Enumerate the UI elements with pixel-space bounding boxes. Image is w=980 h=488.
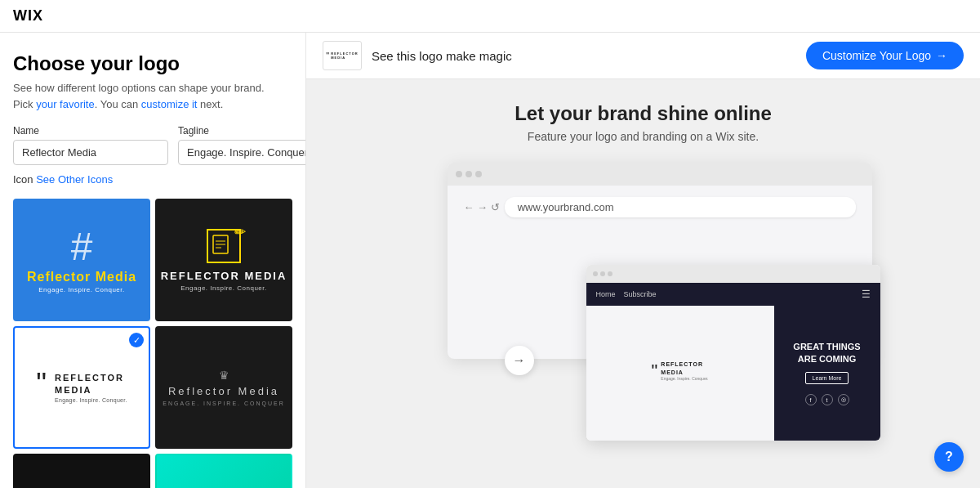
tagline-field-group: Tagline bbox=[178, 125, 306, 165]
twitter-icon: t bbox=[822, 394, 833, 405]
browser-inner-bar bbox=[586, 265, 880, 283]
logo-card-black-yellow[interactable]: ✏ REFLECTOR MEDIA Engage. Inspire. Conqu… bbox=[155, 199, 292, 321]
logo-preview-bar: " REFLECTORMEDIA See this logo make magi… bbox=[306, 33, 980, 79]
crown-icon: ♛ bbox=[219, 369, 229, 382]
mini-logo-text: REFLECTORMEDIA Engage. Inspire. Conquer. bbox=[661, 360, 708, 380]
main-layout: Choose your logo See how different logo … bbox=[0, 33, 980, 488]
subtitle-suffix: next. bbox=[197, 98, 223, 110]
logo3-tagline: Engage. Inspire. Conquer. bbox=[55, 397, 127, 403]
icon-row: Icon See Other Icons bbox=[13, 173, 292, 186]
doc-icon-box: ✏ bbox=[207, 229, 241, 263]
logo3-brand-name: REFLECTORMEDIA bbox=[55, 372, 127, 396]
nav-link-home: Home bbox=[596, 290, 616, 298]
name-label: Name bbox=[13, 125, 168, 137]
mini-brand-tagline: Engage. Inspire. Conquer. bbox=[661, 376, 708, 381]
help-button[interactable]: ? bbox=[934, 442, 964, 472]
mockup-arrow-icon: → bbox=[505, 346, 534, 375]
inner-dot-2 bbox=[600, 271, 605, 276]
logo-card-cyan-green[interactable] bbox=[155, 454, 292, 488]
inner-nav-links: Home Subscribe bbox=[596, 290, 657, 298]
form-row: Name Tagline bbox=[13, 125, 292, 165]
customize-btn-label: Customize Your Logo bbox=[822, 49, 931, 62]
right-panel: " REFLECTORMEDIA See this logo make magi… bbox=[306, 33, 980, 488]
subtitle-mid: . You can bbox=[95, 98, 141, 110]
browser-dot-1 bbox=[456, 171, 462, 177]
left-panel: Choose your logo See how different logo … bbox=[0, 33, 306, 488]
logo-card-white-quote[interactable]: ✓ " REFLECTORMEDIA Engage. Inspire. Conq… bbox=[13, 326, 150, 449]
page-title: Choose your logo bbox=[13, 52, 292, 75]
subtitle-prefix: Pick bbox=[13, 98, 36, 110]
url-bar: www.yourbrand.com bbox=[505, 197, 856, 217]
quote-icon: " bbox=[36, 369, 47, 399]
customize-logo-button[interactable]: Customize Your Logo → bbox=[806, 42, 964, 69]
logo4-tagline: ENGAGE. INSPIRE. CONQUER bbox=[163, 401, 285, 406]
promo-heading: Let your brand shine online bbox=[514, 102, 772, 125]
social-icons: f t ◎ bbox=[805, 394, 849, 405]
logo1-brand-name: Reflector Media bbox=[27, 270, 136, 284]
tagline-label: Tagline bbox=[178, 125, 306, 137]
name-field-group: Name bbox=[13, 125, 168, 165]
browser-dot-2 bbox=[466, 171, 472, 177]
logo1-tagline: Engage. Inspire. Conquer. bbox=[38, 286, 124, 293]
hamburger-icon: ☰ bbox=[862, 289, 871, 300]
browser-inner-frame: Home Subscribe ☰ " REFLECTORMEDIA Engage… bbox=[586, 265, 880, 441]
top-nav: WIX bbox=[0, 0, 980, 33]
preview-logo-thumbnail: " REFLECTORMEDIA bbox=[323, 41, 362, 70]
logo-card-blue[interactable]: # Reflector Media Engage. Inspire. Conqu… bbox=[13, 199, 150, 321]
facebook-icon: f bbox=[805, 394, 817, 405]
inner-left-section: " REFLECTORMEDIA Engage. Inspire. Conque… bbox=[586, 306, 774, 441]
nav-link-subscribe: Subscribe bbox=[624, 290, 657, 298]
logo3-brand-text: REFLECTORMEDIA Engage. Inspire. Conquer. bbox=[55, 372, 127, 403]
learn-more-btn[interactable]: Learn More bbox=[805, 372, 849, 384]
inner-dot-1 bbox=[593, 271, 598, 276]
logo2-tagline: Engage. Inspire. Conquer. bbox=[180, 284, 266, 292]
selected-check-icon: ✓ bbox=[129, 333, 144, 347]
logo-grid: # Reflector Media Engage. Inspire. Conqu… bbox=[13, 199, 292, 488]
subtitle: See how different logo options can shape… bbox=[13, 80, 292, 112]
browser-nav-arrows: ← → ↺ bbox=[464, 201, 500, 213]
inner-right-section: GREAT THINGS ARE COMING Learn More f t ◎ bbox=[774, 306, 880, 441]
logo4-brand-name: Reflector Media bbox=[168, 385, 279, 397]
logo2-brand-name: REFLECTOR MEDIA bbox=[161, 270, 287, 282]
website-mockup: ← → ↺ www.yourbrand.com Home Subscri bbox=[407, 163, 880, 441]
tagline-input[interactable] bbox=[178, 140, 306, 165]
browser-dot-3 bbox=[475, 171, 482, 177]
subtitle-link-customize[interactable]: customize it bbox=[141, 98, 198, 110]
browser-inner-nav: Home Subscribe ☰ bbox=[586, 283, 880, 306]
icon-label: Icon bbox=[13, 173, 36, 186]
promo-subtext: Feature your logo and branding on a Wix … bbox=[528, 130, 759, 143]
browser-outer-content: ← → ↺ www.yourbrand.com bbox=[448, 186, 872, 229]
logo-card-dark-elegant[interactable]: ♛ Reflector Media ENGAGE. INSPIRE. CONQU… bbox=[155, 326, 292, 449]
browser-outer-bar bbox=[448, 163, 872, 186]
mini-quote-icon: " bbox=[652, 362, 658, 380]
customize-btn-arrow: → bbox=[936, 49, 947, 62]
logo-card-solid-black[interactable] bbox=[13, 454, 150, 488]
browser-inner-body: " REFLECTORMEDIA Engage. Inspire. Conque… bbox=[586, 306, 880, 441]
subtitle-link-favorite[interactable]: your favorite bbox=[36, 98, 95, 110]
preview-bar-text: See this logo make magic bbox=[372, 49, 796, 63]
hashtag-icon: # bbox=[71, 227, 93, 266]
name-input[interactable] bbox=[13, 140, 168, 165]
mini-brand-name: REFLECTORMEDIA bbox=[661, 360, 708, 375]
hero-text: GREAT THINGS ARE COMING bbox=[784, 341, 871, 366]
brand-promo-section: Let your brand shine online Feature your… bbox=[306, 79, 980, 488]
inner-dot-3 bbox=[608, 271, 612, 276]
see-other-icons-link[interactable]: See Other Icons bbox=[36, 173, 113, 186]
subtitle-line1: See how different logo options can shape… bbox=[13, 82, 265, 94]
mini-logo-area: " REFLECTORMEDIA Engage. Inspire. Conque… bbox=[652, 360, 709, 380]
wix-logo: WIX bbox=[13, 7, 43, 25]
instagram-icon: ◎ bbox=[838, 394, 849, 405]
help-icon: ? bbox=[945, 450, 953, 464]
